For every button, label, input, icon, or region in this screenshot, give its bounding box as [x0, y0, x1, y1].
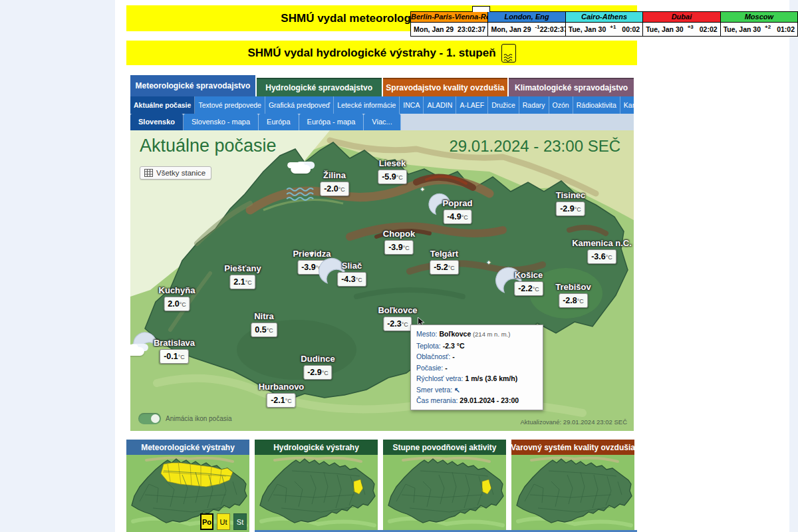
station-temp-unit: °C — [403, 245, 410, 251]
tooltip-value: Boľkovce — [439, 330, 471, 338]
main-tab[interactable]: Meteorologické spravodajstvo — [130, 75, 255, 96]
clock-city-5[interactable]: Moscow Tue, Jan 30 +2 01:02 — [721, 12, 797, 36]
weather-station[interactable]: Bratislava -0.1°C ✦ — [154, 338, 195, 364]
clock-city-header: London, Eng — [488, 12, 565, 23]
clock-city-time: Tue, Jan 30 +2 01:02 — [721, 23, 797, 36]
sub-tab[interactable]: Rádioaktivita — [573, 96, 620, 114]
station-temp-unit: °C — [396, 174, 403, 181]
station-temp: -4.3 — [341, 275, 356, 284]
panel-header[interactable]: Hydrologické výstrahy — [255, 440, 378, 455]
view-tab[interactable]: Európa - mapa — [299, 114, 364, 130]
weather-map[interactable]: Aktuálne počasie 29.01.2024 - 23:00 SEČ … — [130, 130, 634, 431]
sub-tab[interactable]: Textové predpovede — [195, 96, 265, 114]
station-temp: 0.5 — [255, 325, 266, 334]
station-name: Telgárt — [430, 249, 459, 259]
weather-station[interactable]: Kuchyňa 2.0°C — [159, 285, 196, 311]
weather-station[interactable]: Nitra 0.5°C — [251, 311, 277, 337]
day-button-st[interactable]: St — [233, 513, 247, 530]
panel-header[interactable]: Meteorologické výstrahy — [126, 440, 249, 455]
weather-station[interactable]: Poprad -4.9°C ✦ — [443, 198, 473, 224]
station-temp-unit: °C — [285, 398, 292, 404]
station-name: Boľkovce — [378, 305, 417, 315]
weather-station[interactable]: Hurbanovo -2.1°C — [259, 382, 305, 408]
clock-date: Tue, Jan 30 — [569, 25, 606, 33]
weather-station[interactable]: Košice -2.2°C ✦ — [514, 270, 543, 296]
station-name: Košice — [514, 270, 543, 280]
station-temp-unit: °C — [322, 370, 329, 376]
view-tab[interactable]: Viac... — [364, 114, 400, 130]
clock-city-3[interactable]: Cairo-Athens Tue, Jan 30 +1 00:02 — [566, 12, 643, 36]
view-tab-label: Európa - mapa — [307, 118, 356, 126]
main-tab[interactable]: Spravodajstvo kvality ovzdušia — [383, 78, 508, 96]
sub-tab[interactable]: A-LAEF — [456, 96, 488, 114]
summary-panel-3: Stupne povodňovej aktivity — [383, 440, 506, 532]
day-button-label: Ut — [220, 518, 227, 526]
sub-tab[interactable]: Grafická predpoveď — [265, 96, 334, 114]
toggle-pill[interactable] — [138, 413, 161, 424]
station-temp-badge: -2.3°C — [383, 317, 412, 331]
map-updated-timestamp: Aktualizované: 29.01.2024 23:02 SEČ — [520, 418, 627, 426]
clock-widget-tab — [472, 6, 490, 12]
panel-map[interactable] — [255, 455, 378, 532]
clock-city-2[interactable]: London, Eng Mon, Jan 29 -1 22:02:37 — [488, 12, 565, 36]
weather-station[interactable]: Trebišov -2.8°C — [555, 282, 591, 308]
weather-station[interactable]: Tisinec -2.9°C — [556, 190, 586, 216]
tooltip-value: - — [452, 352, 455, 360]
sub-tab[interactable]: Letecké informácie — [334, 96, 400, 114]
weather-station[interactable]: Chopok -3.9°C — [383, 229, 415, 255]
weather-station[interactable]: Žilina -2.0°C — [320, 170, 349, 196]
station-temp-unit: °C — [245, 279, 252, 286]
clock-offset: +2 — [765, 24, 771, 30]
panel-header[interactable]: Varovný systém kvality ovzdušia — [511, 440, 634, 455]
panel-title: Hydrologické výstrahy — [273, 443, 359, 452]
weather-station[interactable]: Piešťany 2.1°C — [224, 263, 261, 289]
sub-tab[interactable]: ALADIN — [424, 96, 456, 114]
weather-station[interactable]: Sliač -4.3°C ✦ — [337, 261, 366, 287]
weather-station[interactable]: Dudince -2.9°C — [301, 354, 334, 380]
main-tab[interactable]: Klimatologické spravodajstvo — [509, 78, 634, 96]
station-temp-unit: °C — [267, 327, 273, 334]
all-stations-button[interactable]: Všetky stanice — [140, 166, 211, 180]
view-tab[interactable]: Slovensko - mapa — [184, 114, 259, 130]
sub-tab[interactable]: INCA — [400, 96, 424, 114]
clock-city-1[interactable]: Berlin-Paris-Vienna-Roma Mon, Jan 29 23:… — [411, 12, 488, 36]
sub-tab-label: ALADIN — [427, 101, 452, 109]
panel-map[interactable] — [383, 455, 506, 532]
station-name: Poprad — [443, 198, 473, 208]
main-tab[interactable]: Hydrologické spravodajstvo — [257, 78, 382, 96]
sub-tab[interactable]: Kamery — [620, 96, 634, 114]
tooltip-value: -2.3 °C — [443, 342, 465, 350]
day-button-po[interactable]: Po — [200, 513, 213, 530]
tooltip-row: Oblačnosť: - — [416, 351, 537, 362]
station-temp-unit: °C — [533, 286, 539, 293]
sub-tab[interactable]: Radary — [519, 96, 549, 114]
sub-tab[interactable]: Aktuálne počasie — [130, 96, 195, 114]
sub-tab-label: Kamery — [624, 101, 634, 109]
clock-city-name: London, Eng — [505, 13, 549, 21]
station-temp-badge: 2.0°C — [164, 297, 190, 311]
view-tab[interactable]: Európa — [259, 114, 299, 130]
panel-header[interactable]: Stupne povodňovej aktivity — [383, 440, 506, 455]
weather-station[interactable]: Kamenica n.C. -3.6°C — [572, 238, 632, 264]
sub-tab[interactable]: Družice — [488, 96, 519, 114]
panel-map[interactable] — [511, 455, 634, 532]
clock-city-4[interactable]: Dubai Tue, Jan 30 +3 02:02 — [643, 12, 720, 36]
animation-toggle[interactable]: Animácia ikon počasia — [138, 413, 232, 424]
station-name: Piešťany — [224, 263, 261, 273]
star-icon: ✦ — [309, 250, 315, 257]
sub-tabs: Aktuálne počasieTextové predpovedeGrafic… — [130, 96, 634, 114]
tooltip-suffix: (214 m n. m.) — [471, 331, 510, 338]
hydro-alert-banner[interactable]: SHMÚ vydal hydrologické výstrahy - 1. st… — [126, 41, 637, 65]
mini-slovakia-map — [511, 455, 634, 532]
map-datetime: 29.01.2024 - 23:00 SEČ — [449, 137, 620, 156]
clock-city-header: Dubai — [643, 12, 720, 23]
wind-direction-arrow-icon: ↖ — [454, 386, 460, 394]
station-temp-unit: °C — [606, 254, 612, 261]
weather-station[interactable]: Telgárt -5.2°C — [430, 249, 459, 275]
day-button-ut[interactable]: Ut — [217, 513, 230, 530]
weather-station[interactable]: Liesek -5.9°C — [378, 158, 407, 184]
clock-date: Tue, Jan 30 — [724, 25, 761, 33]
panel-map[interactable]: PoUtSt — [126, 455, 249, 532]
sub-tab[interactable]: Ozón — [549, 96, 573, 114]
view-tab[interactable]: Slovensko — [130, 114, 184, 130]
